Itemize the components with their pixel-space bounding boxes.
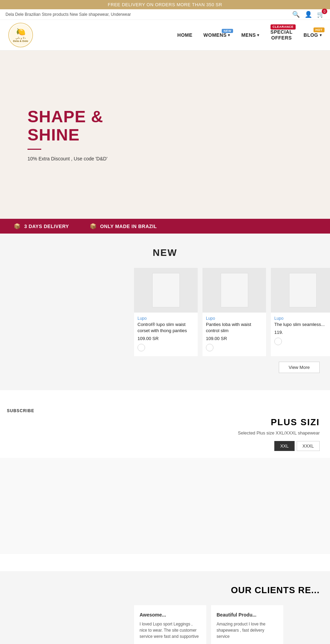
new-section: NEW Lupo Control® lupo slim waist corset… (0, 234, 330, 390)
product-brand-1: Lupo (134, 316, 198, 321)
reviews-section: OUR CLIENTS RE... Awesome... I loved Lup… (0, 571, 330, 644)
product-card-1[interactable]: Lupo Control® lupo slim waist corset wit… (134, 268, 198, 356)
product-price-1: 109.00 SR (134, 336, 198, 344)
products-row: Lupo Control® lupo slim waist corset wit… (0, 268, 330, 356)
product-img-placeholder-1 (152, 273, 180, 307)
breadcrumb: Dela Dele Brazilian Store products New S… (6, 12, 131, 17)
announcement-text: FREE DELIVERY ON ORDERS MORE THAN 350 SR (108, 2, 222, 7)
view-more-row: View More (0, 362, 330, 373)
logo-wrap[interactable]: 🍋 دلا و دلي Dela & Dele (8, 23, 33, 47)
chevron-icon-mens: ▾ (257, 33, 260, 37)
delivery-icon-2: 📦 (90, 223, 97, 229)
delivery-item-2: 📦 ONLY MADE IN BRAZIL (90, 223, 157, 229)
delivery-item-1: 📦 3 DAYS DELIVERY (14, 223, 69, 229)
delivery-text-1: 3 DAYS DELIVERY (24, 224, 69, 229)
review-card-1: Awesome... I loved Lupo sport Leggings ,… (134, 605, 206, 644)
review-text-1: I loved Lupo sport Leggings , nice to we… (140, 621, 201, 640)
nav-home[interactable]: HOME (177, 32, 192, 38)
product-image-2 (202, 268, 266, 313)
cart-icon-wrap[interactable]: 🛒 0 (317, 11, 324, 18)
product-card-2[interactable]: Lupo Panties loba with waist control sli… (202, 268, 266, 356)
logo-circle: 🍋 دلا و دلي Dela & Dele (8, 23, 33, 47)
review-card-2: Beautiful Produ... Amazing product I lov… (211, 605, 283, 644)
top-bar-icons: 🔍 👤 🛒 0 (292, 11, 324, 18)
filter-xxxl[interactable]: XXXL (297, 441, 320, 451)
product-name-2: Panties loba with waist control slim (202, 321, 266, 336)
hero-content: SHAPE & SHINE 10% Extra Discount , Use c… (0, 87, 135, 182)
plus-size-filters: XXL XXXL (0, 441, 330, 451)
plus-size-subtitle: Selected Plus size XXL/XXXL shapewear (0, 430, 330, 436)
chevron-icon-womens: ▾ (228, 33, 230, 37)
product-card-3[interactable]: Lupo The lupo slim seamless... 119. (271, 268, 330, 356)
chevron-icon-blog: ▾ (320, 33, 322, 37)
product-price-2: 109.00 SR (202, 336, 266, 344)
view-more-button[interactable]: View More (279, 362, 320, 373)
subscribe-area: SUBSCRIBE (0, 404, 330, 417)
user-icon[interactable]: 👤 (305, 11, 312, 18)
product-brand-3: Lupo (271, 316, 330, 321)
product-name-3: The lupo slim seamless... (271, 321, 330, 330)
product-img-placeholder-3 (289, 273, 317, 307)
product-price-3: 119. (271, 330, 330, 338)
logo-fruit: 🍋 (16, 27, 25, 36)
logo-line1: دلا و دلي (15, 36, 26, 39)
nav-special-offers[interactable]: Clearance SPECIAL OFFERS (271, 29, 293, 41)
product-swatch-1[interactable] (138, 344, 145, 351)
nav-mens[interactable]: MENS ▾ (241, 32, 260, 38)
delivery-icon-1: 📦 (14, 223, 21, 229)
plus-products-area (0, 458, 330, 554)
product-img-placeholder-2 (221, 273, 248, 307)
review-text-2: Amazing product I love the shapewears , … (217, 621, 278, 640)
clearance-badge: Clearance (271, 24, 296, 30)
filter-xxl[interactable]: XXL (274, 441, 295, 451)
new-badge: New (222, 29, 233, 33)
product-swatch-3[interactable] (274, 338, 282, 345)
review-title-2: Beautiful Produ... (217, 612, 278, 618)
main-nav: HOME WOMENS ▾ New MENS ▾ Clearance SPECI… (177, 29, 322, 41)
review-title-1: Awesome... (140, 612, 201, 618)
subscribe-label: SUBSCRIBE (7, 408, 34, 413)
top-bar: Dela Dele Brazilian Store products New S… (0, 9, 330, 20)
logo-line2: Dela & Dele (13, 39, 28, 43)
plus-size-section: SUBSCRIBE PLUS SIZI Selected Plus size X… (0, 390, 330, 571)
product-image-3 (271, 268, 330, 313)
header: 🍋 دلا و دلي Dela & Dele HOME WOMENS ▾ Ne… (0, 20, 330, 50)
logo-inner: 🍋 دلا و دلي Dela & Dele (10, 24, 32, 46)
new-section-title: NEW (0, 247, 330, 258)
delivery-text-2: ONLY MADE IN BRAZIL (100, 224, 157, 229)
product-brand-2: Lupo (202, 316, 266, 321)
hero-section: SHAPE & SHINE 10% Extra Discount , Use c… (0, 50, 330, 219)
reviews-row: Awesome... I loved Lupo sport Leggings ,… (0, 605, 330, 644)
announcement-bar: FREE DELIVERY ON ORDERS MORE THAN 350 SR (0, 0, 330, 9)
product-swatch-2[interactable] (206, 344, 213, 351)
hero-title: SHAPE & SHINE (28, 108, 108, 144)
reviews-title: OUR CLIENTS RE... (0, 585, 330, 596)
product-image-1 (134, 268, 198, 313)
delivery-banner: 📦 3 DAYS DELIVERY 📦 ONLY MADE IN BRAZIL (0, 219, 330, 234)
nav-blog[interactable]: BLOG ▾ Hot (304, 32, 322, 38)
nav-womens[interactable]: WOMENS ▾ New (204, 32, 230, 38)
hot-badge: Hot (314, 27, 325, 32)
cart-badge: 0 (322, 9, 327, 14)
plus-size-title: PLUS SIZI (0, 417, 330, 428)
hero-divider (28, 149, 41, 150)
search-icon[interactable]: 🔍 (292, 11, 300, 18)
hero-subtitle: 10% Extra Discount , Use code 'D&D' (28, 156, 108, 161)
product-name-1: Control® lupo slim waist corset with tho… (134, 321, 198, 336)
